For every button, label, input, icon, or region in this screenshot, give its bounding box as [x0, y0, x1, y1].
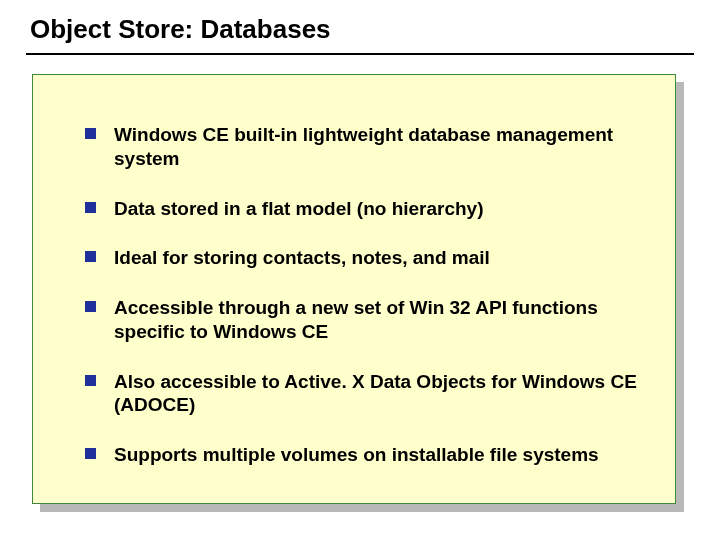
page-title: Object Store: Databases: [26, 14, 694, 53]
square-bullet-icon: [85, 251, 96, 262]
square-bullet-icon: [85, 448, 96, 459]
list-item: Supports multiple volumes on installable…: [85, 443, 639, 467]
title-divider: [26, 53, 694, 55]
list-item: Windows CE built-in lightweight database…: [85, 123, 639, 171]
square-bullet-icon: [85, 202, 96, 213]
bullet-text: Windows CE built-in lightweight database…: [114, 123, 639, 171]
content-panel: Windows CE built-in lightweight database…: [32, 74, 676, 504]
bullet-text: Also accessible to Active. X Data Object…: [114, 370, 639, 418]
list-item: Accessible through a new set of Win 32 A…: [85, 296, 639, 344]
square-bullet-icon: [85, 301, 96, 312]
square-bullet-icon: [85, 375, 96, 386]
list-item: Data stored in a flat model (no hierarch…: [85, 197, 639, 221]
bullet-text: Accessible through a new set of Win 32 A…: [114, 296, 639, 344]
list-item: Ideal for storing contacts, notes, and m…: [85, 246, 639, 270]
bullet-list: Windows CE built-in lightweight database…: [85, 123, 639, 467]
bullet-text: Ideal for storing contacts, notes, and m…: [114, 246, 490, 270]
bullet-text: Supports multiple volumes on installable…: [114, 443, 599, 467]
slide: Object Store: Databases Windows CE built…: [0, 0, 720, 540]
bullet-text: Data stored in a flat model (no hierarch…: [114, 197, 484, 221]
list-item: Also accessible to Active. X Data Object…: [85, 370, 639, 418]
square-bullet-icon: [85, 128, 96, 139]
